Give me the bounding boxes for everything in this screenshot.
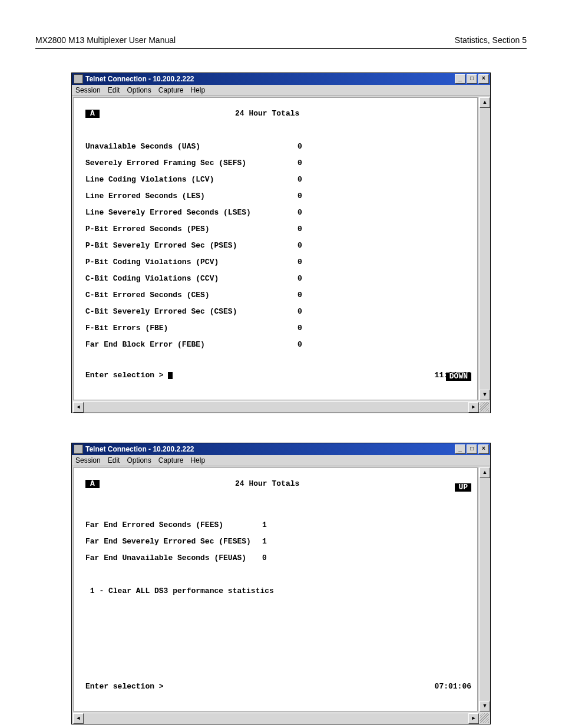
page-up-badge[interactable]: UP bbox=[455, 483, 471, 492]
titlebar[interactable]: Telnet Connection - 10.200.2.222 _ □ × bbox=[72, 443, 490, 455]
stat-row: P-Bit Errored Seconds (PES)0 bbox=[85, 225, 471, 233]
close-button[interactable]: × bbox=[478, 74, 489, 84]
menu-edit[interactable]: Edit bbox=[108, 86, 120, 94]
terminal-area[interactable]: A 24 Hour Totals UP Far End Errored Seco… bbox=[73, 467, 478, 711]
screen-title: 24 Hour Totals bbox=[235, 109, 299, 118]
menu-options[interactable]: Options bbox=[127, 456, 151, 465]
screen-title: 24 Hour Totals bbox=[235, 479, 299, 488]
close-button[interactable]: × bbox=[478, 444, 489, 454]
scroll-left-button[interactable]: ◄ bbox=[73, 713, 84, 724]
stat-row: P-Bit Severely Errored Sec (PSES)0 bbox=[85, 242, 471, 250]
stat-row: Far End Errored Seconds (FEES)1 bbox=[85, 521, 471, 529]
card-chip: A bbox=[85, 110, 100, 118]
header-left: MX2800 M13 Multiplexer User Manual bbox=[35, 35, 176, 45]
input-cursor[interactable] bbox=[168, 372, 173, 379]
telnet-window-1: Telnet Connection - 10.200.2.222 _ □ × S… bbox=[71, 73, 491, 413]
menu-session[interactable]: Session bbox=[75, 86, 101, 94]
stat-row: F-Bit Errors (FBE)0 bbox=[85, 324, 471, 332]
stat-row: Unavailable Seconds (UAS)0 bbox=[85, 143, 471, 151]
menu-session[interactable]: Session bbox=[75, 456, 101, 465]
stat-row: Far End Block Error (FEBE)0 bbox=[85, 341, 471, 349]
horizontal-scrollbar[interactable]: ◄ ► bbox=[73, 401, 489, 411]
input-prompt: Enter selection > bbox=[85, 682, 164, 691]
input-prompt: Enter selection > bbox=[85, 371, 164, 380]
stat-row: Far End Severely Errored Sec (FESES)1 bbox=[85, 538, 471, 546]
resize-grip-icon[interactable] bbox=[479, 402, 489, 411]
page-header: MX2800 M13 Multiplexer User Manual Stati… bbox=[35, 35, 527, 45]
scroll-right-button[interactable]: ► bbox=[468, 713, 479, 724]
stat-row: C-Bit Coding Violations (CCV)0 bbox=[85, 275, 471, 283]
header-right: Statistics, Section 5 bbox=[455, 35, 527, 45]
scroll-up-button[interactable]: ▲ bbox=[480, 467, 490, 478]
menu-edit[interactable]: Edit bbox=[108, 456, 120, 465]
scroll-left-button[interactable]: ◄ bbox=[73, 402, 84, 413]
stat-row: Far End Unavailable Seconds (FEUAS)0 bbox=[85, 554, 471, 562]
scroll-down-button[interactable]: ▼ bbox=[480, 701, 490, 711]
vertical-scrollbar[interactable]: ▲ ▼ bbox=[479, 467, 489, 711]
telnet-window-2: Telnet Connection - 10.200.2.222 _ □ × S… bbox=[71, 443, 491, 724]
menu-help[interactable]: Help bbox=[190, 456, 205, 465]
card-chip: A bbox=[85, 480, 100, 488]
header-rule bbox=[35, 48, 527, 49]
terminal-area[interactable]: A 24 Hour Totals Unavailable Seconds (UA… bbox=[73, 97, 478, 400]
clock: 07:01:06 bbox=[435, 683, 471, 691]
resize-grip-icon[interactable] bbox=[479, 713, 489, 723]
titlebar[interactable]: Telnet Connection - 10.200.2.222 _ □ × bbox=[72, 73, 490, 85]
scroll-right-button[interactable]: ► bbox=[468, 402, 479, 413]
menu-help[interactable]: Help bbox=[190, 86, 205, 94]
app-icon bbox=[74, 75, 82, 83]
maximize-button[interactable]: □ bbox=[467, 444, 477, 454]
minimize-button[interactable]: _ bbox=[455, 444, 465, 454]
menu-capture[interactable]: Capture bbox=[158, 86, 184, 94]
window-title: Telnet Connection - 10.200.2.222 bbox=[85, 445, 455, 453]
stat-row: Severely Errored Framing Sec (SEFS)0 bbox=[85, 159, 471, 167]
stat-row: Line Coding Violations (LCV)0 bbox=[85, 176, 471, 184]
stat-row: Line Severely Errored Seconds (LSES)0 bbox=[85, 209, 471, 217]
menu-option[interactable]: 1 - Clear ALL DS3 performance statistics bbox=[85, 587, 471, 595]
stat-row: C-Bit Severely Errored Sec (CSES)0 bbox=[85, 308, 471, 316]
page-down-badge[interactable]: DOWN bbox=[446, 373, 471, 381]
app-icon bbox=[74, 445, 82, 453]
scroll-up-button[interactable]: ▲ bbox=[480, 97, 490, 108]
maximize-button[interactable]: □ bbox=[467, 74, 477, 84]
menubar: Session Edit Options Capture Help bbox=[72, 85, 490, 96]
minimize-button[interactable]: _ bbox=[455, 74, 465, 84]
vertical-scrollbar[interactable]: ▲ ▼ bbox=[479, 97, 489, 400]
menu-options[interactable]: Options bbox=[127, 86, 151, 94]
horizontal-scrollbar[interactable]: ◄ ► bbox=[73, 713, 489, 723]
menu-capture[interactable]: Capture bbox=[158, 456, 184, 465]
menubar: Session Edit Options Capture Help bbox=[72, 455, 490, 466]
stat-row: Line Errored Seconds (LES)0 bbox=[85, 192, 471, 200]
window-title: Telnet Connection - 10.200.2.222 bbox=[85, 75, 455, 83]
stat-row: P-Bit Coding Violations (PCV)0 bbox=[85, 258, 471, 266]
scroll-down-button[interactable]: ▼ bbox=[480, 390, 490, 400]
stat-row: C-Bit Errored Seconds (CES)0 bbox=[85, 291, 471, 299]
